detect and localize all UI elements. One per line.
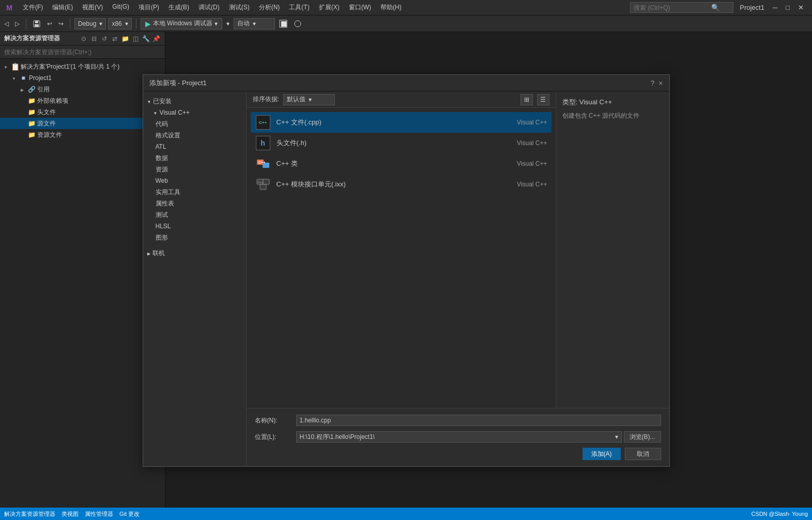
category-format[interactable]: 格式设置 (143, 130, 246, 141)
main-layout: 解决方案资源管理器 ⊙ ⊟ ↺ ⇄ 📁 ◫ 🔧 📌 📋 解决方案'Project… (0, 32, 812, 508)
run-debugger-btn[interactable]: ▶ 本地 Windows 调试器 ▾ (141, 18, 222, 29)
module-interface-category: Visual C++ (485, 181, 547, 188)
solution-explorer-search[interactable] (0, 45, 165, 59)
toolbar-icon-1[interactable]: ⬜ (277, 18, 289, 30)
svg-rect-1 (35, 21, 38, 23)
cancel-button[interactable]: 取消 (625, 448, 661, 460)
menu-help[interactable]: 帮助(H) (376, 2, 406, 13)
svg-point-5 (295, 21, 301, 27)
menu-extensions[interactable]: 扩展(X) (315, 2, 344, 13)
module-interface-icon: C++ (255, 176, 271, 193)
svg-text:C++: C++ (258, 181, 263, 184)
right-panel-type: 类型: Visual C++ (562, 98, 663, 107)
config-label: Debug (78, 20, 96, 27)
sync-icon[interactable]: ⇄ (110, 34, 119, 43)
item-cpp-class[interactable]: C++ C++ 类 Visual C++ (251, 153, 551, 174)
menu-file[interactable]: 文件(F) (19, 2, 47, 13)
sort-dropdown[interactable]: 默认值 ▾ (283, 94, 335, 105)
location-arrow-icon: ▾ (615, 433, 618, 440)
content-area: 添加新项 - Project1 ? × 已安装 (165, 32, 812, 508)
solution-explorer-search-input[interactable] (4, 49, 161, 56)
menu-test[interactable]: 测试(S) (225, 2, 254, 13)
global-search-box[interactable]: 🔍 (630, 2, 733, 13)
installed-section-header[interactable]: 已安装 (143, 96, 246, 107)
dialog-title: 添加新项 - Project1 (149, 78, 207, 88)
add-button[interactable]: 添加(A) (583, 448, 621, 460)
sort-arrow-icon: ▾ (309, 96, 312, 103)
collapse-all-icon[interactable]: ⊟ (89, 34, 99, 43)
category-code[interactable]: 代码 (143, 118, 246, 130)
dialog-middle-panel: 排序依据: 默认值 ▾ ⊞ ☰ (247, 91, 556, 408)
search-in-se-icon[interactable]: ⊙ (79, 34, 88, 43)
installed-label: 已安装 (153, 97, 172, 106)
name-field-row: 名称(N): (255, 415, 661, 426)
menu-git[interactable]: Git(G) (108, 2, 133, 13)
svg-rect-10 (263, 179, 269, 184)
category-web[interactable]: Web (143, 175, 246, 186)
browse-button[interactable]: 浏览(B)... (624, 431, 661, 443)
name-input[interactable] (296, 415, 661, 426)
location-field-label: 位置(L): (255, 433, 296, 442)
dialog-center-area: 排序依据: 默认值 ▾ ⊞ ☰ (247, 91, 669, 466)
platform-dropdown[interactable]: x86 ▾ (108, 18, 131, 29)
location-dropdown[interactable]: H:\10.程序\1.hello\Project1\ ▾ (296, 431, 622, 443)
dialog-middle-right: 排序依据: 默认值 ▾ ⊞ ☰ (247, 91, 669, 408)
show-all-files-icon[interactable]: ◫ (131, 34, 140, 43)
toolbar-sep-3 (136, 19, 136, 29)
location-field-row: 位置(L): H:\10.程序\1.hello\Project1\ ▾ 浏览(B… (255, 431, 661, 443)
menu-build[interactable]: 生成(B) (164, 2, 193, 13)
cpp-file-label: C++ 文件(.cpp) (277, 118, 485, 127)
refresh-icon[interactable]: ↺ (100, 34, 109, 43)
maximize-btn[interactable]: □ (782, 4, 794, 11)
global-search-input[interactable] (634, 4, 711, 11)
list-view-btn[interactable]: ☰ (537, 94, 549, 105)
category-graphics[interactable]: 图形 (143, 232, 246, 243)
category-resource[interactable]: 资源 (143, 164, 246, 175)
toolbar-icon-2[interactable] (292, 18, 304, 30)
item-cpp-file[interactable]: C++ 文件(.cpp) Visual C++ (251, 112, 551, 133)
menu-view[interactable]: 视图(V) (78, 2, 107, 13)
visual-cpp-section-header[interactable]: Visual C++ (143, 107, 246, 118)
solution-explorer-header: 解决方案资源管理器 ⊙ ⊟ ↺ ⇄ 📁 ◫ 🔧 📌 (0, 32, 165, 45)
category-data[interactable]: 数据 (143, 152, 246, 164)
dialog-help-icon[interactable]: ? (651, 79, 655, 87)
right-panel-desc: 创建包含 C++ 源代码的文件 (562, 111, 663, 120)
status-solution-explorer[interactable]: 解决方案资源管理器 (4, 510, 55, 518)
title-bar: M 文件(F) 编辑(E) 视图(V) Git(G) 项目(P) 生成(B) 调… (0, 0, 812, 15)
forward-btn[interactable]: ▷ (13, 18, 22, 30)
grid-view-btn[interactable]: ⊞ (520, 94, 533, 105)
status-git-changes[interactable]: Git 更改 (119, 510, 140, 518)
back-btn[interactable]: ◁ (2, 18, 11, 30)
item-header-file[interactable]: 头文件(.h) Visual C++ (251, 133, 551, 153)
status-class-view[interactable]: 类视图 (62, 510, 79, 518)
config-dropdown[interactable]: Debug ▾ (74, 18, 106, 29)
dialog-left-panel: 已安装 Visual C++ 代码 格式设置 ATL 数据 资源 Web (143, 91, 247, 466)
new-folder-icon[interactable]: 📁 (120, 34, 130, 43)
svg-rect-2 (35, 24, 39, 27)
undo-btn[interactable]: ↩ (45, 18, 54, 30)
category-utility[interactable]: 实用工具 (143, 186, 246, 198)
dialog-overlay: 添加新项 - Project1 ? × 已安装 (0, 64, 812, 508)
redo-btn[interactable]: ↪ (56, 18, 66, 30)
auto-dropdown[interactable]: 自动 ▾ (234, 18, 275, 29)
dialog-close-icon[interactable]: × (658, 79, 663, 87)
menu-analyze[interactable]: 分析(N) (255, 2, 284, 13)
category-propsheet[interactable]: 属性表 (143, 198, 246, 209)
item-module-interface[interactable]: C++ C++ 模块接口单元(.ixx) Visual C++ (251, 174, 551, 195)
debugger-extra-btn[interactable]: ▾ (224, 18, 232, 30)
category-test[interactable]: 测试 (143, 209, 246, 220)
properties-icon[interactable]: 🔧 (141, 34, 150, 43)
online-section-header[interactable]: 联机 (143, 247, 246, 259)
pin-icon[interactable]: 📌 (151, 34, 161, 43)
minimize-btn[interactable]: ─ (769, 4, 782, 11)
category-hlsl[interactable]: HLSL (143, 220, 246, 232)
save-all-btn[interactable] (30, 18, 43, 30)
menu-debug[interactable]: 调试(D) (194, 2, 224, 13)
menu-edit[interactable]: 编辑(E) (48, 2, 77, 13)
menu-project[interactable]: 项目(P) (134, 2, 163, 13)
menu-tools[interactable]: 工具(T) (285, 2, 313, 13)
close-btn[interactable]: ✕ (794, 4, 808, 11)
category-atl[interactable]: ATL (143, 141, 246, 152)
menu-window[interactable]: 窗口(W) (345, 2, 375, 13)
status-property-manager[interactable]: 属性管理器 (85, 510, 113, 518)
